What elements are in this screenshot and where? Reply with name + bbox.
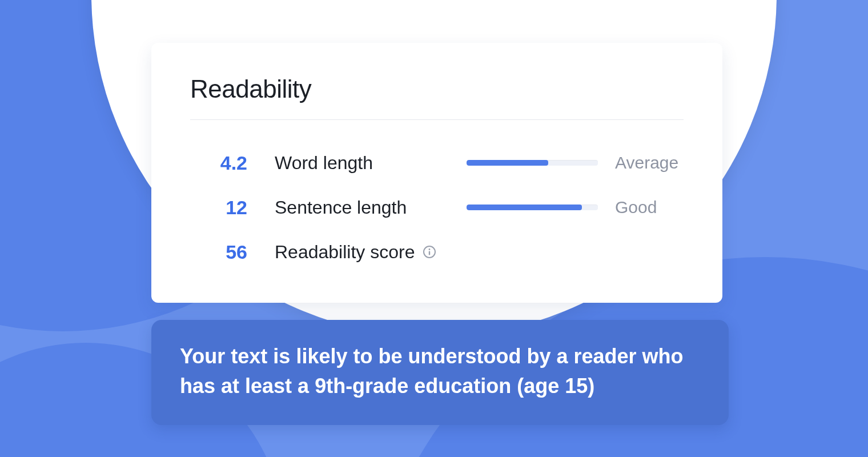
metric-value: 4.2 (190, 152, 258, 174)
metric-label: Sentence length (258, 197, 407, 218)
metric-row-word-length: 4.2 Word length Average (190, 141, 684, 185)
info-icon[interactable] (423, 245, 436, 259)
metric-row-sentence-length: 12 Sentence length Good (190, 185, 684, 230)
metric-rating: Average (598, 153, 684, 173)
metric-value: 56 (190, 241, 258, 263)
metric-rating: Good (598, 198, 684, 217)
svg-rect-2 (429, 251, 430, 255)
metric-value: 12 (190, 197, 258, 219)
metric-bar-fill (467, 160, 548, 166)
metrics-list: 4.2 Word length Average 12 Sentence leng… (190, 120, 684, 274)
metric-bar (467, 205, 598, 210)
metric-bar (467, 160, 598, 166)
metric-label-text: Sentence length (275, 197, 407, 218)
tooltip-text: Your text is likely to be understood by … (180, 344, 684, 398)
metric-label: Word length (258, 153, 373, 174)
readability-tooltip: Your text is likely to be understood by … (151, 320, 729, 425)
metric-row-readability-score: 56 Readability score (190, 230, 684, 274)
metric-label-text: Readability score (275, 242, 415, 263)
card-title: Readability (190, 75, 684, 120)
svg-point-1 (429, 248, 431, 250)
readability-card: Readability 4.2 Word length Average 12 S… (151, 43, 722, 303)
metric-label: Readability score (258, 242, 436, 263)
metric-label-text: Word length (275, 153, 373, 174)
metric-bar-fill (467, 205, 582, 210)
